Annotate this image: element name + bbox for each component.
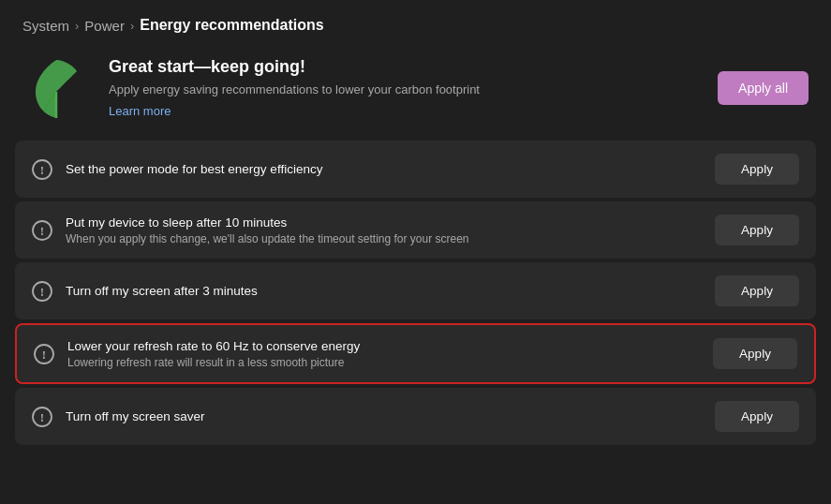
apply-all-button[interactable]: Apply all (718, 71, 809, 105)
item-text-refresh-rate: Lower your refresh rate to 60 Hz to cons… (67, 339, 700, 369)
item-text-sleep: Put my device to sleep after 10 minutes … (66, 215, 702, 245)
leaf-icon (22, 54, 90, 122)
item-sub-text-refresh-rate: Lowering refresh rate will result in a l… (67, 356, 700, 369)
item-text-screen-off: Turn off my screen after 3 minutes (66, 284, 702, 298)
header-section: Great start—keep going! Apply energy sav… (0, 45, 831, 141)
breadcrumb-current: Energy recommendations (140, 17, 324, 34)
item-sub-text-sleep: When you apply this change, we'll also u… (66, 232, 702, 245)
item-text-screen-saver: Turn off my screen saver (66, 409, 702, 423)
item-main-text-power-mode: Set the power mode for best energy effic… (66, 162, 702, 176)
header-text: Great start—keep going! Apply energy sav… (109, 57, 699, 119)
breadcrumb-system[interactable]: System (22, 18, 69, 34)
apply-button-refresh-rate[interactable]: Apply (713, 338, 797, 369)
item-main-text-screen-saver: Turn off my screen saver (66, 409, 702, 423)
info-icon-sleep: ! (32, 220, 52, 241)
apply-button-screen-off[interactable]: Apply (715, 275, 799, 306)
header-subtitle: Apply energy saving recommendations to l… (109, 82, 699, 96)
svg-text:!: ! (40, 163, 44, 177)
apply-button-sleep[interactable]: Apply (715, 215, 799, 245)
apply-button-screen-saver[interactable]: Apply (715, 401, 799, 432)
recommendation-screen-off: ! Turn off my screen after 3 minutes App… (15, 262, 816, 319)
info-icon-power-mode: ! (32, 159, 52, 180)
info-icon-screen-saver: ! (32, 407, 52, 427)
info-icon-screen-off: ! (32, 281, 52, 302)
recommendation-power-mode: ! Set the power mode for best energy eff… (15, 141, 816, 198)
svg-text:!: ! (40, 410, 44, 424)
item-main-text-refresh-rate: Lower your refresh rate to 60 Hz to cons… (67, 339, 700, 353)
learn-more-link[interactable]: Learn more (109, 104, 171, 118)
item-main-text-screen-off: Turn off my screen after 3 minutes (66, 284, 702, 298)
breadcrumb-sep-1: › (75, 19, 79, 33)
breadcrumb-power[interactable]: Power (84, 18, 125, 34)
apply-button-power-mode[interactable]: Apply (715, 154, 799, 185)
svg-text:!: ! (42, 348, 46, 362)
svg-text:!: ! (40, 285, 44, 299)
header-title: Great start—keep going! (109, 57, 699, 77)
recommendation-sleep: ! Put my device to sleep after 10 minute… (15, 201, 816, 259)
svg-text:!: ! (40, 224, 44, 238)
item-main-text-sleep: Put my device to sleep after 10 minutes (66, 215, 702, 230)
item-text-power-mode: Set the power mode for best energy effic… (66, 162, 702, 176)
breadcrumb-sep-2: › (130, 19, 134, 33)
recommendation-refresh-rate: ! Lower your refresh rate to 60 Hz to co… (15, 323, 816, 384)
breadcrumb: System › Power › Energy recommendations (0, 0, 831, 45)
recommendation-screen-saver: ! Turn off my screen saver Apply (15, 388, 816, 445)
recommendations-list: ! Set the power mode for best energy eff… (0, 141, 831, 445)
info-icon-refresh-rate: ! (34, 344, 54, 364)
